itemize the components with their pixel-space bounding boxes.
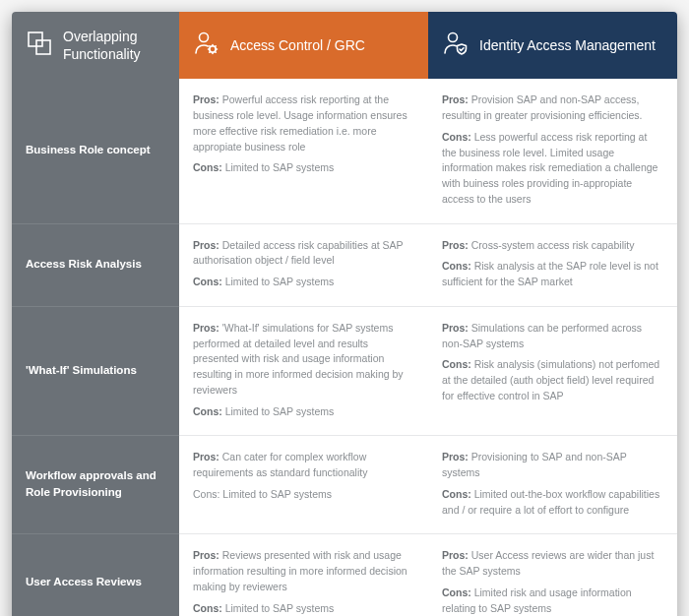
grc-cons-text: Limited to SAP systems [225, 602, 335, 614]
table-row: User Access ReviewsPros: Reviews present… [12, 533, 677, 616]
grc-pros-text: Can cater for complex workflow requireme… [193, 451, 367, 478]
iam-cell: Pros: Provisioning to SAP and non-SAP sy… [428, 435, 677, 533]
iam-cons-text: Limited out-the-box workflow capabilitie… [442, 488, 659, 516]
row-title: Business Role concept [12, 79, 179, 222]
iam-cons-text: Risk analysis (simulations) not perfomed… [442, 358, 659, 401]
iam-cons-text: Less powerful access risk reporting at t… [442, 131, 658, 205]
svg-point-4 [449, 33, 458, 42]
cons-label: Cons: [442, 260, 471, 272]
pros-label: Pros: [442, 451, 469, 462]
row-title: 'What-If' Simulations [12, 306, 179, 436]
svg-rect-1 [36, 40, 50, 54]
table-row: Business Role conceptPros: Powerful acce… [12, 79, 677, 222]
cons-label: Cons: [442, 358, 471, 370]
table-header-row: Overlapping Functionality Access Control… [12, 12, 677, 79]
row-title: User Access Reviews [12, 533, 179, 616]
header-label: Identity Access Management [479, 36, 656, 54]
pros-label: Pros: [442, 549, 469, 561]
iam-pros-text: Simulations can be performed across non-… [442, 322, 642, 349]
pros-label: Pros: [193, 93, 219, 105]
row-title: Access Risk Analysis [12, 223, 179, 306]
table-row: Access Risk AnalysisPros: Detailed acces… [12, 223, 677, 306]
grc-pros-text: Detailed access risk capabilities at SAP… [193, 239, 403, 267]
cons-label: Cons: [193, 602, 222, 614]
row-title: Workflow approvals and Role Provisioning [12, 435, 179, 533]
iam-pros-text: User Access reviews are wider than just … [442, 549, 654, 577]
pros-label: Pros: [442, 239, 469, 251]
header-iam: Identity Access Management [428, 12, 677, 79]
cons-label: Cons: [193, 405, 222, 417]
pros-label: Pros: [442, 93, 469, 105]
iam-pros-text: Provisioning to SAP and non-SAP systems [442, 451, 627, 478]
iam-pros-text: Cross-system access risk capability [471, 239, 635, 251]
cons-label: Cons: [193, 276, 222, 287]
grc-pros-text: Reviews presented with risk and usage in… [193, 549, 407, 592]
cons-label: Cons: [442, 488, 471, 500]
grc-cons-text: Cons: Limited to SAP systems [193, 488, 332, 500]
pros-label: Pros: [442, 322, 469, 334]
pros-label: Pros: [193, 451, 219, 462]
iam-cell: Pros: User Access reviews are wider than… [428, 533, 677, 616]
header-overlapping: Overlapping Functionality [12, 12, 179, 79]
grc-cell: Pros: Detailed access risk capabilities … [179, 223, 428, 306]
header-grc: Access Control / GRC [179, 12, 428, 79]
table-row: Workflow approvals and Role Provisioning… [12, 435, 677, 533]
table-row: 'What-If' SimulationsPros: 'What-If' sim… [12, 306, 677, 436]
svg-rect-0 [29, 32, 42, 46]
iam-cell: Pros: Cross-system access risk capabilit… [428, 223, 677, 306]
cons-label: Cons: [442, 131, 471, 143]
grc-cons-text: Limited to SAP systems [225, 276, 335, 287]
grc-cell: Pros: Powerful access risk reporting at … [179, 79, 428, 222]
iam-cell: Pros: Provision SAP and non-SAP access, … [428, 79, 677, 222]
grc-pros-text: Powerful access risk reporting at the bu… [193, 93, 407, 152]
grc-cons-text: Limited to SAP systems [225, 405, 335, 417]
table-body: Business Role conceptPros: Powerful acce… [12, 79, 677, 616]
pros-label: Pros: [193, 549, 219, 561]
iam-cell: Pros: Simulations can be performed acros… [428, 306, 677, 436]
header-label: Access Control / GRC [230, 36, 365, 54]
pros-label: Pros: [193, 322, 219, 334]
svg-point-2 [200, 33, 209, 42]
cons-label: Cons: [193, 161, 222, 173]
iam-pros-text: Provision SAP and non-SAP access, result… [442, 93, 643, 121]
grc-cell: Pros: Reviews presented with risk and us… [179, 533, 428, 616]
grc-cons-text: Limited to SAP systems [225, 161, 335, 173]
user-gear-icon [193, 30, 220, 61]
user-shield-icon [442, 30, 470, 61]
overlap-icon [26, 30, 53, 61]
grc-cell: Pros: 'What-If' simulations for SAP syst… [179, 306, 428, 436]
comparison-table: Overlapping Functionality Access Control… [12, 12, 677, 616]
grc-cell: Pros: Can cater for complex workflow req… [179, 435, 428, 533]
iam-cons-text: Risk analysis at the SAP role level is n… [442, 260, 658, 287]
header-label: Overlapping Functionality [63, 28, 165, 63]
pros-label: Pros: [193, 239, 219, 251]
cons-label: Cons: [442, 586, 471, 598]
grc-pros-text: 'What-If' simulations for SAP systems pe… [193, 322, 404, 396]
